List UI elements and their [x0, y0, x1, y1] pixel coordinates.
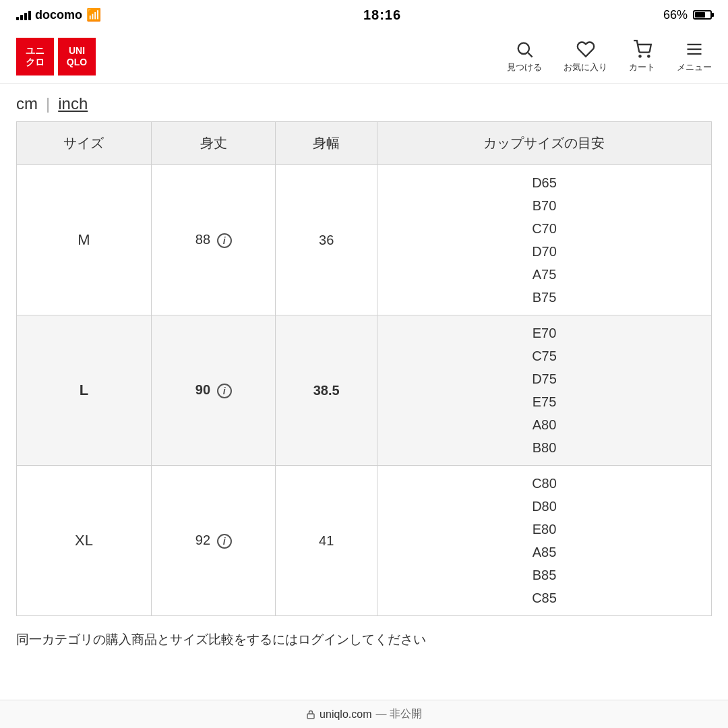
nav-icons: 見つける お気に入り カート メニュー: [507, 40, 712, 73]
size-table: サイズ 身丈 身幅 カップサイズの目安 M 88 i 36 D65 B70: [16, 121, 712, 616]
logo-uniqlo-en: UNIQLO: [58, 38, 96, 75]
nav-find[interactable]: 見つける: [507, 40, 542, 73]
svg-point-0: [518, 42, 529, 53]
nav-menu-label: メニュー: [677, 61, 712, 73]
search-icon: [515, 40, 534, 59]
unit-selector: cm | inch: [0, 84, 728, 121]
size-table-container: サイズ 身丈 身幅 カップサイズの目安 M 88 i 36 D65 B70: [0, 121, 728, 616]
logo-container: ユニクロ UNIQLO: [16, 38, 96, 75]
header-cupsize: カップサイズの目安: [377, 122, 711, 165]
size-xl: XL: [17, 466, 152, 616]
table-header-row: サイズ 身丈 身幅 カップサイズの目安: [17, 122, 712, 165]
nav-bar: ユニクロ UNIQLO 見つける お気に入り カート: [0, 30, 728, 84]
cupsizes-xl: C80 D80 E80 A85 B85 C85: [377, 466, 711, 616]
logo-uniqlo-jp: ユニクロ: [16, 38, 54, 75]
bodywidth-xl: 41: [276, 466, 377, 616]
lock-icon: [306, 710, 315, 719]
footer-note: 同一カテゴリの購入商品とサイズ比較をするにはログインしてください: [0, 616, 728, 650]
cupsizes-m: D65 B70 C70 D70 A75 B75: [377, 165, 711, 315]
header-bodylength: 身丈: [151, 122, 276, 165]
size-m: M: [17, 165, 152, 315]
nav-favorites-label: お気に入り: [564, 61, 607, 73]
nav-menu[interactable]: メニュー: [677, 40, 712, 73]
carrier-label: docomo: [35, 8, 82, 22]
battery-icon: [693, 10, 712, 20]
nav-favorites[interactable]: お気に入り: [564, 40, 607, 73]
nav-find-label: 見つける: [507, 61, 542, 73]
heart-icon: [576, 40, 595, 59]
nav-cart-label: カート: [629, 61, 655, 73]
unit-inch[interactable]: inch: [58, 94, 88, 113]
status-bar: docomo 📶 18:16 66%: [0, 0, 728, 30]
time-label: 18:16: [363, 7, 401, 23]
nav-cart[interactable]: カート: [629, 40, 655, 73]
bodywidth-l: 38.5: [276, 315, 377, 466]
status-left: docomo 📶: [16, 7, 101, 22]
domain-label: uniqlo.com: [320, 708, 371, 721]
svg-line-1: [528, 53, 532, 57]
battery-percentage: 66%: [663, 8, 688, 22]
signal-icon: [16, 9, 31, 20]
table-row: L 90 i 38.5 E70 C75 D75 E75 A80 B80: [17, 315, 712, 466]
header-bodywidth: 身幅: [276, 122, 377, 165]
battery-fill: [695, 12, 705, 18]
svg-point-3: [648, 55, 649, 57]
size-l: L: [17, 315, 152, 466]
cupsizes-l: E70 C75 D75 E75 A80 B80: [377, 315, 711, 466]
header-size: サイズ: [17, 122, 152, 165]
bodylength-l: 90 i: [151, 315, 276, 466]
cup-sizes-xl: C80 D80 E80 A85 B85 C85: [384, 473, 704, 609]
unit-cm[interactable]: cm: [16, 94, 38, 113]
table-row: M 88 i 36 D65 B70 C70 D70 A75 B75: [17, 165, 712, 315]
status-right: 66%: [663, 8, 712, 22]
status-label: — 非公開: [375, 707, 421, 721]
svg-rect-7: [307, 714, 314, 719]
menu-icon: [685, 40, 704, 59]
cup-sizes-l: E70 C75 D75 E75 A80 B80: [384, 322, 704, 458]
bodywidth-m: 36: [276, 165, 377, 315]
wifi-icon: 📶: [86, 7, 101, 22]
svg-point-2: [639, 55, 640, 57]
info-icon-xl[interactable]: i: [217, 534, 232, 549]
bottom-bar: uniqlo.com — 非公開: [0, 700, 728, 728]
bodylength-m: 88 i: [151, 165, 276, 315]
unit-divider: |: [46, 94, 50, 113]
info-icon-m[interactable]: i: [217, 233, 232, 248]
cart-icon: [633, 40, 652, 59]
table-row: XL 92 i 41 C80 D80 E80 A85 B85 C85: [17, 466, 712, 616]
bodylength-xl: 92 i: [151, 466, 276, 616]
cup-sizes-m: D65 B70 C70 D70 A75 B75: [384, 172, 704, 308]
info-icon-l[interactable]: i: [217, 384, 232, 398]
